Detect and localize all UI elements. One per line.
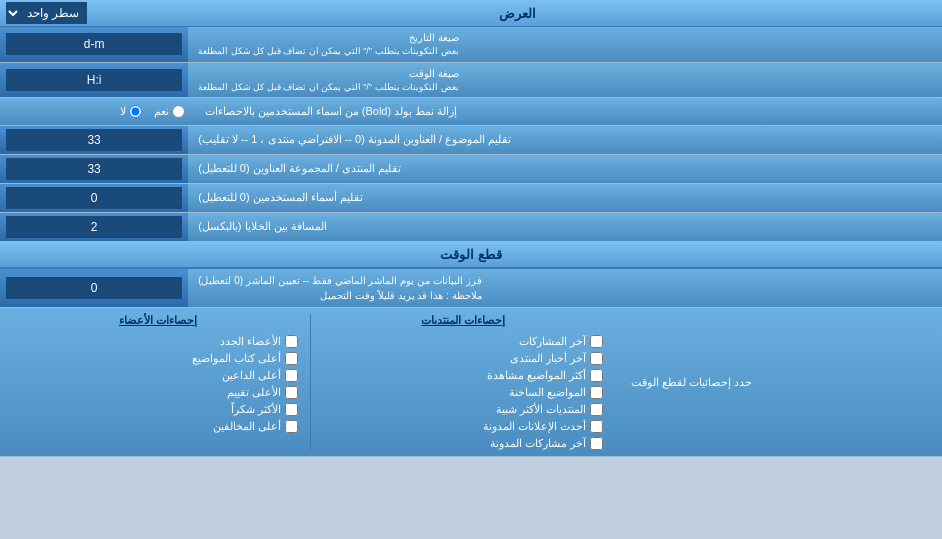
forum-group-trim-row: تقليم المنتدى / المجموعة العناوين (0 للت… [0,155,942,184]
checkbox-item[interactable]: أعلى المخالفين [18,420,298,433]
had-label: حدد إحصائيات لقطع الوقت [621,308,942,456]
checkbox-item[interactable]: أعلى الداعين [18,369,298,382]
checkbox-most-thanked[interactable] [285,403,298,416]
radio-yes-label[interactable]: نعم [154,105,185,118]
checkboxes-col2: إحصاءات الأعضاء الأعضاء الجدد أعلى كتاب … [10,314,306,450]
display-select-wrapper: سطر واحد سطران ثلاثة أسطر [0,0,93,26]
checkbox-item[interactable]: آخر أخبار المنتدى [323,352,603,365]
date-format-label: صيغة التاريخ بعض التكوينات يتطلب "/" الت… [188,27,942,62]
bold-remove-radio-wrapper: نعم لا [0,98,195,125]
page-title: العرض [93,2,942,25]
radio-no[interactable] [129,105,142,118]
checkbox-latest-announcements[interactable] [590,420,603,433]
checkbox-item[interactable]: المواضيع الساخنة [323,386,603,399]
checkbox-item[interactable]: المنتديات الأكثر شبية [323,403,603,416]
display-select[interactable]: سطر واحد سطران ثلاثة أسطر [6,2,87,24]
checkbox-new-members[interactable] [285,335,298,348]
checkbox-last-posts[interactable] [590,335,603,348]
checkbox-most-viewed[interactable] [590,369,603,382]
forum-topic-trim-row: تقليم الموضوع / العناوين المدونة (0 -- ا… [0,126,942,155]
checkbox-item[interactable]: الأكثر شكراً [18,403,298,416]
checkboxes-col1: إحصاءات المنتديات آخر المشاركات آخر أخبا… [315,314,611,450]
checkbox-most-similar[interactable] [590,403,603,416]
date-format-input-wrapper [0,27,188,62]
time-format-label: صيغة الوقت بعض التكوينات يتطلب "/" التي … [188,63,942,98]
checkbox-item[interactable]: أعلى كتاب المواضيع [18,352,298,365]
checkbox-top-writers[interactable] [285,352,298,365]
username-trim-label: تقليم أسماء المستخدمين (0 للتعطيل) [188,184,942,212]
checkbox-item[interactable]: أحدث الإعلانات المدونة [323,420,603,433]
time-cut-row: فرز البيانات من يوم الماشر الماضي فقط --… [0,269,942,308]
col2-header: إحصاءات الأعضاء [18,314,298,327]
cell-spacing-row: المسافة بين الخلايا (بالبكسل) [0,213,942,242]
checkbox-top-inviters[interactable] [285,369,298,382]
checkbox-forum-news[interactable] [590,352,603,365]
col1-header: إحصاءات المنتديات [323,314,603,327]
checkbox-item[interactable]: الأعلى تقييم [18,386,298,399]
radio-yes[interactable] [172,105,185,118]
time-cut-input[interactable] [6,277,182,299]
checkbox-top-rated[interactable] [285,386,298,399]
checkbox-last-blog-posts[interactable] [590,437,603,450]
radio-no-label[interactable]: لا [120,105,142,118]
checkbox-item[interactable]: الأعضاء الجدد [18,335,298,348]
time-format-row: صيغة الوقت بعض التكوينات يتطلب "/" التي … [0,63,942,99]
radio-yes-text: نعم [154,105,169,118]
checkboxes-row: حدد إحصائيات لقطع الوقت إحصاءات المنتديا… [0,308,942,457]
checkboxes-container: إحصاءات المنتديات آخر المشاركات آخر أخبا… [0,308,621,456]
forum-group-trim-input[interactable] [6,158,182,180]
date-format-input[interactable] [6,33,182,55]
checkbox-item[interactable]: آخر مشاركات المدونة [323,437,603,450]
bold-remove-label: إزالة نمط بولد (Bold) من اسماء المستخدمي… [195,98,942,125]
main-container: العرض سطر واحد سطران ثلاثة أسطر صيغة الت… [0,0,942,457]
bold-remove-row: إزالة نمط بولد (Bold) من اسماء المستخدمي… [0,98,942,126]
time-cut-label: فرز البيانات من يوم الماشر الماضي فقط --… [188,269,942,307]
forum-topic-trim-input-wrapper [0,126,188,154]
checkbox-top-violators[interactable] [285,420,298,433]
forum-topic-trim-label: تقليم الموضوع / العناوين المدونة (0 -- ا… [188,126,942,154]
date-format-row: صيغة التاريخ بعض التكوينات يتطلب "/" الت… [0,27,942,63]
cell-spacing-input-wrapper [0,213,188,241]
username-trim-input-wrapper [0,184,188,212]
checkbox-hot-topics[interactable] [590,386,603,399]
forum-topic-trim-input[interactable] [6,129,182,151]
checkbox-item[interactable]: آخر المشاركات [323,335,603,348]
col-divider [310,314,311,450]
top-header-row: العرض سطر واحد سطران ثلاثة أسطر [0,0,942,27]
username-trim-input[interactable] [6,187,182,209]
time-cut-header: قطع الوقت [0,242,942,269]
username-trim-row: تقليم أسماء المستخدمين (0 للتعطيل) [0,184,942,213]
time-format-input-wrapper [0,63,188,98]
forum-group-trim-input-wrapper [0,155,188,183]
cell-spacing-input[interactable] [6,216,182,238]
time-format-input[interactable] [6,69,182,91]
radio-no-text: لا [120,105,126,118]
cell-spacing-label: المسافة بين الخلايا (بالبكسل) [188,213,942,241]
forum-group-trim-label: تقليم المنتدى / المجموعة العناوين (0 للت… [188,155,942,183]
checkbox-item[interactable]: أكثر المواضيع مشاهدة [323,369,603,382]
time-cut-input-wrapper [0,269,188,307]
